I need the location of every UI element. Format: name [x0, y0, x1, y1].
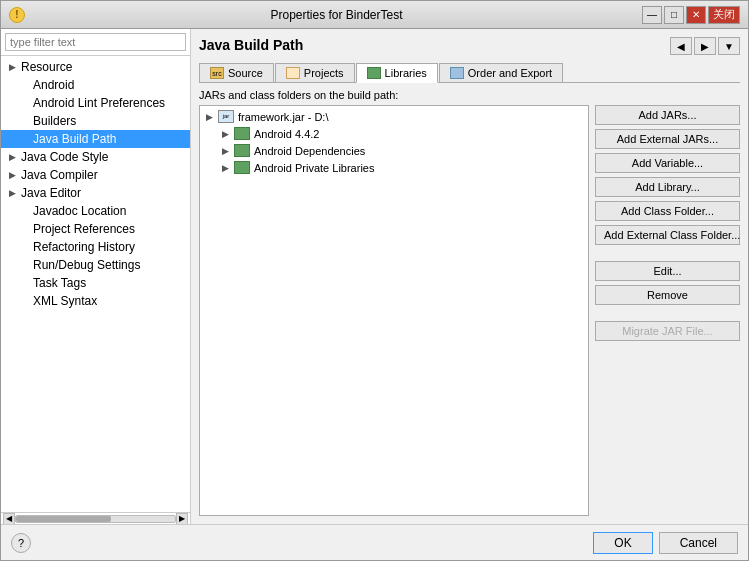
sidebar-label-resource: Resource — [21, 60, 72, 74]
projects-tab-label: Projects — [304, 67, 344, 79]
sidebar-label-java-compiler: Java Compiler — [21, 168, 98, 182]
projects-tab-icon — [286, 67, 300, 79]
sidebar-scroll-right[interactable]: ▶ — [176, 513, 188, 525]
sidebar-scrollbar-area: ◀ ▶ — [1, 512, 190, 524]
sidebar-item-java-code-style[interactable]: ▶Java Code Style — [1, 148, 190, 166]
remove-button[interactable]: Remove — [595, 285, 740, 305]
tree-arrow-resource: ▶ — [9, 62, 21, 72]
sidebar-label-project-references: Project References — [33, 222, 135, 236]
content-label: JARs and class folders on the build path… — [199, 89, 740, 101]
window-icon: ! — [9, 7, 25, 23]
ok-button[interactable]: OK — [593, 532, 652, 554]
lib-buttons: Add JARs...Add External JARs...Add Varia… — [595, 105, 740, 516]
tab-order-export[interactable]: Order and Export — [439, 63, 563, 82]
content-area: JARs and class folders on the build path… — [199, 89, 740, 516]
lib-icon-framework-jar: jar — [218, 110, 234, 123]
sidebar-item-run-debug-settings[interactable]: Run/Debug Settings — [1, 256, 190, 274]
lib-item-android-private[interactable]: ▶Android Private Libraries — [202, 159, 586, 176]
help-button[interactable]: ? — [11, 533, 31, 553]
tree-arrow-java-compiler: ▶ — [9, 170, 21, 180]
tab-projects[interactable]: Projects — [275, 63, 355, 82]
bottom-actions: OK Cancel — [593, 532, 738, 554]
nav-forward-button[interactable]: ▶ — [694, 37, 716, 55]
sidebar-item-task-tags[interactable]: Task Tags — [1, 274, 190, 292]
sidebar-item-android[interactable]: Android — [1, 76, 190, 94]
sidebar-label-builders: Builders — [33, 114, 76, 128]
lib-arrow-android-deps: ▶ — [222, 146, 234, 156]
lib-label-android-private: Android Private Libraries — [254, 162, 374, 174]
lib-arrow-android-private: ▶ — [222, 163, 234, 173]
source-tab-icon: src — [210, 67, 224, 79]
lib-arrow-framework-jar: ▶ — [206, 112, 218, 122]
sidebar-label-task-tags: Task Tags — [33, 276, 86, 290]
libraries-area: ▶jarframework.jar - D:\▶Android 4.4.2▶An… — [199, 105, 740, 516]
add-class-folder-button[interactable]: Add Class Folder... — [595, 201, 740, 221]
tab-libraries[interactable]: Libraries — [356, 63, 438, 83]
sidebar-tree: ▶ResourceAndroidAndroid Lint Preferences… — [1, 56, 190, 512]
close-button[interactable]: ✕ — [686, 6, 706, 24]
minimize-button[interactable]: — — [642, 6, 662, 24]
sidebar-item-android-lint[interactable]: Android Lint Preferences — [1, 94, 190, 112]
sidebar-scrollbar[interactable] — [15, 515, 176, 523]
sidebar-item-builders[interactable]: Builders — [1, 112, 190, 130]
sidebar-label-java-build-path: Java Build Path — [33, 132, 116, 146]
lib-icon-android-deps — [234, 144, 250, 157]
lib-arrow-android-442: ▶ — [222, 129, 234, 139]
nav-dropdown-button[interactable]: ▼ — [718, 37, 740, 55]
migrate-jar-button: Migrate JAR File... — [595, 321, 740, 341]
button-spacer — [595, 309, 740, 317]
sidebar-label-java-editor: Java Editor — [21, 186, 81, 200]
sidebar-item-project-references[interactable]: Project References — [1, 220, 190, 238]
cancel-button[interactable]: Cancel — [659, 532, 738, 554]
nav-controls: ◀ ▶ ▼ — [670, 37, 740, 55]
sidebar-label-run-debug-settings: Run/Debug Settings — [33, 258, 140, 272]
tab-source[interactable]: srcSource — [199, 63, 274, 82]
lib-label-android-deps: Android Dependencies — [254, 145, 365, 157]
sidebar-item-java-compiler[interactable]: ▶Java Compiler — [1, 166, 190, 184]
sidebar-label-java-code-style: Java Code Style — [21, 150, 108, 164]
nav-back-button[interactable]: ◀ — [670, 37, 692, 55]
tree-arrow-java-editor: ▶ — [9, 188, 21, 198]
libraries-tab-icon — [367, 67, 381, 79]
lib-item-android-deps[interactable]: ▶Android Dependencies — [202, 142, 586, 159]
sidebar-item-resource[interactable]: ▶Resource — [1, 58, 190, 76]
lib-item-framework-jar[interactable]: ▶jarframework.jar - D:\ — [202, 108, 586, 125]
tabs-bar: srcSourceProjectsLibrariesOrder and Expo… — [199, 63, 740, 83]
main-content: ▶ResourceAndroidAndroid Lint Preferences… — [1, 29, 748, 524]
window-controls: — □ ✕ 关闭 — [642, 6, 740, 24]
tree-arrow-java-code-style: ▶ — [9, 152, 21, 162]
add-library-button[interactable]: Add Library... — [595, 177, 740, 197]
sidebar-label-xml-syntax: XML Syntax — [33, 294, 97, 308]
search-input[interactable] — [5, 33, 186, 51]
add-jars-button[interactable]: Add JARs... — [595, 105, 740, 125]
button-spacer — [595, 249, 740, 257]
window-title: Properties for BinderTest — [31, 8, 642, 22]
sidebar-item-java-editor[interactable]: ▶Java Editor — [1, 184, 190, 202]
sidebar-item-refactoring-history[interactable]: Refactoring History — [1, 238, 190, 256]
sidebar-item-java-build-path[interactable]: Java Build Path — [1, 130, 190, 148]
chinese-close-button[interactable]: 关闭 — [708, 6, 740, 24]
sidebar-label-android: Android — [33, 78, 74, 92]
lib-icon-android-private — [234, 161, 250, 174]
sidebar-item-xml-syntax[interactable]: XML Syntax — [1, 292, 190, 310]
sidebar-scroll-left[interactable]: ◀ — [3, 513, 15, 525]
lib-item-android-442[interactable]: ▶Android 4.4.2 — [202, 125, 586, 142]
maximize-button[interactable]: □ — [664, 6, 684, 24]
add-variable-button[interactable]: Add Variable... — [595, 153, 740, 173]
edit-button[interactable]: Edit... — [595, 261, 740, 281]
order-export-tab-icon — [450, 67, 464, 79]
properties-window: ! Properties for BinderTest — □ ✕ 关闭 ▶Re… — [0, 0, 749, 561]
sidebar-item-javadoc-location[interactable]: Javadoc Location — [1, 202, 190, 220]
libraries-tab-label: Libraries — [385, 67, 427, 79]
add-external-class-folder-button[interactable]: Add External Class Folder... — [595, 225, 740, 245]
add-external-jars-button[interactable]: Add External JARs... — [595, 129, 740, 149]
panel-title: Java Build Path — [199, 37, 303, 53]
sidebar-label-refactoring-history: Refactoring History — [33, 240, 135, 254]
lib-tree-panel: ▶jarframework.jar - D:\▶Android 4.4.2▶An… — [199, 105, 589, 516]
sidebar-label-android-lint: Android Lint Preferences — [33, 96, 165, 110]
lib-label-framework-jar: framework.jar - D:\ — [238, 111, 328, 123]
title-bar: ! Properties for BinderTest — □ ✕ 关闭 — [1, 1, 748, 29]
right-panel: Java Build Path ◀ ▶ ▼ srcSourceProjectsL… — [191, 29, 748, 524]
bottom-bar: ? OK Cancel — [1, 524, 748, 560]
sidebar: ▶ResourceAndroidAndroid Lint Preferences… — [1, 29, 191, 524]
